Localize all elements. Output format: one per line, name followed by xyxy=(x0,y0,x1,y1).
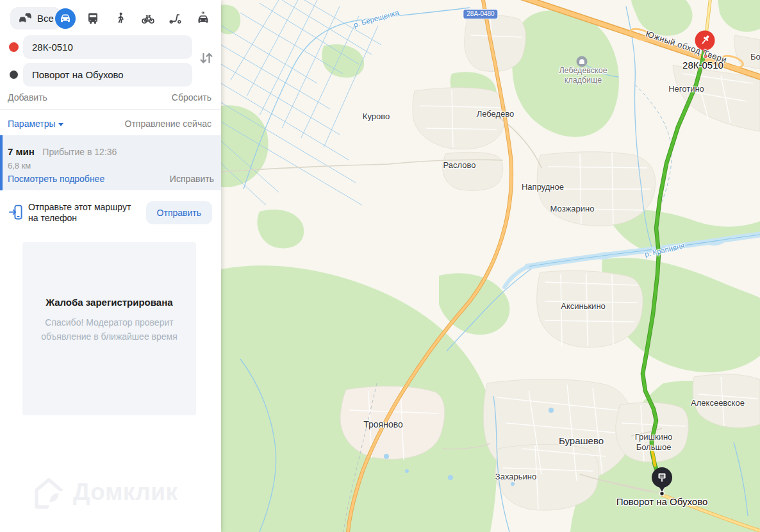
place-label-zakharino: Захарьино xyxy=(495,472,536,481)
map-graphics xyxy=(221,0,760,532)
phone-arrow-icon xyxy=(8,203,25,224)
map-canvas[interactable]: 28А-0480 Южный обход Твери р. Берещенка … xyxy=(221,0,760,532)
route-details-link[interactable]: Посмотреть подробнее xyxy=(8,174,104,184)
place-label-naprudnoe: Напрудное xyxy=(522,182,564,192)
place-label-kurovo: Курово xyxy=(363,112,390,121)
chevron-down-icon xyxy=(58,123,63,126)
road-shield-28A-0480: 28А-0480 xyxy=(463,10,497,19)
place-label-partial: Бо xyxy=(750,52,760,62)
toast-subtitle: Спасибо! Модератор проверит объявление в… xyxy=(41,315,178,344)
place-label-raslovo: Раслово xyxy=(443,160,476,170)
domclick-house-icon xyxy=(31,474,67,510)
route-result-card[interactable]: 7 мин Прибытие в 12:36 6,8 км Посмотреть… xyxy=(0,135,221,190)
toast-title: Жалоба зарегистрирована xyxy=(45,297,172,308)
swap-arrows-icon xyxy=(199,51,213,65)
place-label-grishkino-2: Большое xyxy=(636,442,672,452)
transport-all-label: Все xyxy=(37,13,54,24)
transport-mode-all[interactable]: Все xyxy=(10,7,62,29)
watermark-label: Домклик xyxy=(73,479,178,506)
send-route-button[interactable]: Отправить xyxy=(146,201,212,224)
transport-mode-taxi[interactable] xyxy=(195,11,211,26)
destination-point-dot xyxy=(660,492,665,496)
divider xyxy=(0,109,221,110)
start-marker-label: 28К-0510 xyxy=(682,60,723,71)
place-label-troyanovo: Трояново xyxy=(363,419,403,429)
place-label-burashevo: Бурашево xyxy=(559,435,604,446)
cemetery-icon xyxy=(577,56,588,67)
send-route-text: Отправьте этот маршрут на телефон xyxy=(28,202,131,224)
transport-mode-bicycle[interactable] xyxy=(140,11,156,26)
complaint-registered-toast: Жалоба зарегистрирована Спасибо! Модерат… xyxy=(22,242,196,415)
scooter-icon xyxy=(168,11,183,26)
route-duration: 7 мин xyxy=(8,146,35,157)
transport-mode-scooter[interactable] xyxy=(168,11,183,26)
route-from-input[interactable] xyxy=(23,35,192,59)
waypoint-a-dot xyxy=(9,42,19,52)
place-label-mozzharino: Мозжарино xyxy=(550,204,595,213)
yandex-maps-route-app: Все xyxy=(0,0,760,532)
route-edit-link[interactable]: Исправить xyxy=(170,174,214,184)
route-to-input[interactable] xyxy=(23,63,192,87)
place-label-negotino: Неготино xyxy=(668,84,704,94)
route-params-dropdown[interactable]: Параметры xyxy=(8,119,63,129)
add-waypoint-button[interactable]: Добавить xyxy=(8,92,47,103)
place-label-aksinkino: Аксинькино xyxy=(561,301,606,311)
place-label-grishkino-1: Гришкино xyxy=(635,432,673,442)
car-icon xyxy=(58,12,72,26)
reset-route-button[interactable]: Сбросить xyxy=(172,92,211,103)
route-result-line: 7 мин Прибытие в 12:36 xyxy=(8,146,117,158)
transport-mode-bus[interactable] xyxy=(85,11,101,26)
domclick-watermark: Домклик xyxy=(31,474,178,510)
send-route-row: Отправьте этот маршрут на телефон Отправ… xyxy=(0,192,221,233)
place-label-alekseevskoe: Алексеевское xyxy=(691,398,745,408)
transport-mode-car[interactable] xyxy=(55,8,76,29)
bus-icon xyxy=(85,11,101,26)
swap-waypoints-button[interactable] xyxy=(199,51,213,65)
pedestrian-icon xyxy=(113,11,128,26)
route-distance: 6,8 км xyxy=(8,161,31,170)
place-label-lebedevo: Лебедево xyxy=(477,109,515,119)
departure-time-button[interactable]: Отправление сейчас xyxy=(125,119,211,129)
bicycle-icon xyxy=(140,11,156,26)
taxi-icon xyxy=(195,11,211,26)
destination-marker-label: Поворот на Обухово xyxy=(616,496,708,507)
route-sidebar: Все xyxy=(0,0,221,532)
waypoint-b-dot xyxy=(10,71,18,79)
transport-mode-pedestrian[interactable] xyxy=(113,11,128,26)
traffic-icon xyxy=(18,11,33,26)
cemetery-label: Лебедевскоекладбище xyxy=(559,66,607,85)
route-arrival-time: Прибытие в 12:36 xyxy=(42,147,117,157)
